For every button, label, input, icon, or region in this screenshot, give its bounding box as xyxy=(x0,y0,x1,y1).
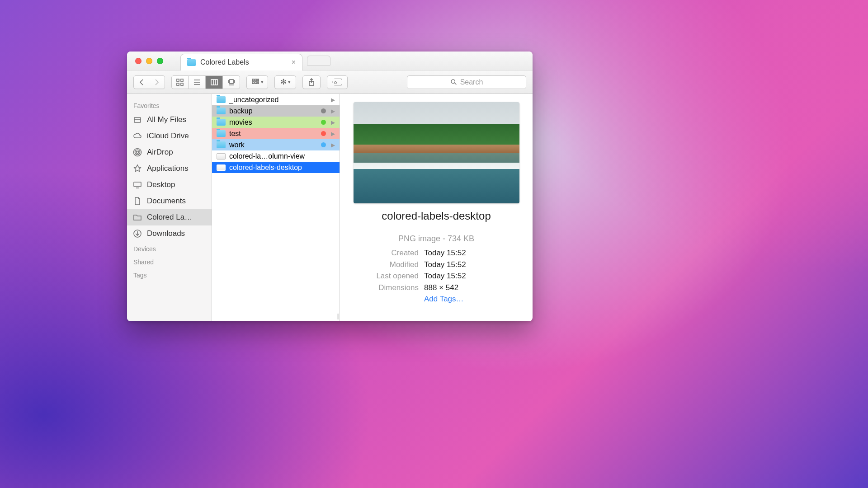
svg-rect-16 xyxy=(258,79,259,81)
sidebar-item-label: Desktop xyxy=(147,180,206,189)
svg-rect-10 xyxy=(230,80,233,84)
meta-key: Last opened xyxy=(351,270,419,282)
tag-dot xyxy=(321,131,326,136)
share-button[interactable] xyxy=(302,75,321,89)
list-item[interactable]: colored-la…olumn-view xyxy=(212,150,340,162)
gear-icon: ✻ xyxy=(280,77,287,87)
chevron-right-icon: ▶ xyxy=(331,119,335,126)
column-list: _uncategorized ▶ backup ▶ movies ▶ test … xyxy=(212,94,340,321)
meta-row-dimensions: Dimensions 888 × 542 xyxy=(351,282,522,294)
back-button[interactable] xyxy=(133,75,149,89)
folder-icon xyxy=(217,141,226,148)
item-label: backup xyxy=(229,107,317,115)
sidebar-item-desktop[interactable]: Desktop xyxy=(127,177,212,193)
sidebar-item-label: Applications xyxy=(147,164,206,173)
window-body: Favorites All My Files iCloud Drive AirD… xyxy=(127,94,533,321)
list-item-selected[interactable]: colored-labels-desktop xyxy=(212,162,340,173)
sidebar-item-applications[interactable]: Applications xyxy=(127,160,212,177)
sidebar-item-colored-labels[interactable]: Colored La… xyxy=(127,209,212,225)
meta-value: Today 15:52 xyxy=(424,247,466,259)
meta-key: Modified xyxy=(351,259,419,271)
sidebar-item-label: All My Files xyxy=(147,115,206,124)
sidebar-item-label: Colored La… xyxy=(147,213,206,222)
sidebar-item-documents[interactable]: Documents xyxy=(127,193,212,209)
list-item[interactable]: test ▶ xyxy=(212,128,340,139)
svg-rect-1 xyxy=(181,79,183,81)
list-item[interactable]: _uncategorized ▶ xyxy=(212,94,340,105)
chevron-right-icon: ▶ xyxy=(331,142,335,148)
close-window-button[interactable] xyxy=(135,58,142,64)
preview-pane: colored-labels-desktop PNG image - 734 K… xyxy=(340,94,533,321)
sidebar: Favorites All My Files iCloud Drive AirD… xyxy=(127,94,212,321)
tag-dot xyxy=(321,120,326,125)
column-view-button[interactable] xyxy=(206,75,223,89)
search-placeholder: Search xyxy=(460,78,483,86)
preview-thumbnail[interactable] xyxy=(354,102,519,203)
chevron-right-icon: ▶ xyxy=(331,131,335,137)
meta-key: Dimensions xyxy=(351,282,419,294)
fullscreen-window-button[interactable] xyxy=(157,58,163,64)
edit-tags-button[interactable] xyxy=(327,75,348,89)
svg-point-27 xyxy=(135,150,140,155)
svg-point-22 xyxy=(451,80,455,83)
meta-row-last-opened: Last opened Today 15:52 xyxy=(351,270,522,282)
list-view-button[interactable] xyxy=(189,75,206,89)
title-bar: Colored Labels × xyxy=(127,52,533,70)
svg-rect-24 xyxy=(134,117,141,122)
list-item[interactable]: backup ▶ xyxy=(212,105,340,117)
add-tags-link[interactable]: Add Tags… xyxy=(424,293,464,305)
tag-icon xyxy=(332,79,342,85)
search-field[interactable]: Search xyxy=(407,75,526,89)
forward-button[interactable] xyxy=(149,75,165,89)
sidebar-item-label: Downloads xyxy=(147,229,206,238)
file-icon xyxy=(217,164,226,171)
minimize-window-button[interactable] xyxy=(146,58,152,64)
svg-rect-7 xyxy=(211,80,217,85)
active-tab[interactable]: Colored Labels × xyxy=(180,54,302,70)
svg-rect-29 xyxy=(134,182,141,187)
close-tab-icon[interactable]: × xyxy=(292,58,296,66)
applications-icon xyxy=(132,164,142,174)
svg-line-23 xyxy=(454,83,456,85)
new-tab-button[interactable] xyxy=(307,56,330,66)
airdrop-icon xyxy=(132,147,142,157)
chevron-right-icon: ▶ xyxy=(331,97,335,103)
action-button[interactable]: ✻ ▾ xyxy=(274,75,296,89)
chevron-down-icon: ▾ xyxy=(288,79,291,85)
arrange-button[interactable]: ▾ xyxy=(246,75,268,89)
folder-icon xyxy=(217,130,226,137)
window-controls xyxy=(127,52,170,70)
list-item[interactable]: work ▶ xyxy=(212,139,340,150)
meta-row-created: Created Today 15:52 xyxy=(351,247,522,259)
svg-rect-17 xyxy=(252,82,254,84)
search-icon xyxy=(450,79,457,85)
sidebar-item-icloud-drive[interactable]: iCloud Drive xyxy=(127,128,212,144)
sidebar-item-airdrop[interactable]: AirDrop xyxy=(127,144,212,160)
sidebar-section-tags[interactable]: Tags xyxy=(127,268,212,281)
icon-view-button[interactable] xyxy=(171,75,189,89)
list-item[interactable]: movies ▶ xyxy=(212,117,340,128)
folder-icon xyxy=(217,119,226,126)
sidebar-item-downloads[interactable]: Downloads xyxy=(127,225,212,242)
column-resize-handle[interactable]: ‖ xyxy=(337,313,339,319)
meta-key: Created xyxy=(351,247,419,259)
sidebar-item-label: iCloud Drive xyxy=(147,131,206,141)
folder-icon xyxy=(187,59,196,66)
folder-icon xyxy=(132,212,142,222)
toolbar: ▾ ✻ ▾ Search xyxy=(127,70,533,94)
coverflow-view-button[interactable] xyxy=(223,75,240,89)
sidebar-item-all-my-files[interactable]: All My Files xyxy=(127,112,212,128)
svg-rect-2 xyxy=(177,83,179,85)
sidebar-section-shared[interactable]: Shared xyxy=(127,255,212,268)
item-label: movies xyxy=(229,118,317,127)
sidebar-section-devices[interactable]: Devices xyxy=(127,242,212,255)
cloud-icon xyxy=(132,131,142,141)
svg-rect-0 xyxy=(177,79,179,81)
svg-rect-15 xyxy=(255,79,257,81)
meta-value: Today 15:52 xyxy=(424,270,466,282)
meta-row-tags: Add Tags… xyxy=(351,293,522,305)
preview-title: colored-labels-desktop xyxy=(382,210,491,222)
downloads-icon xyxy=(132,229,142,239)
meta-value: 888 × 542 xyxy=(424,282,458,294)
file-icon xyxy=(217,153,226,160)
